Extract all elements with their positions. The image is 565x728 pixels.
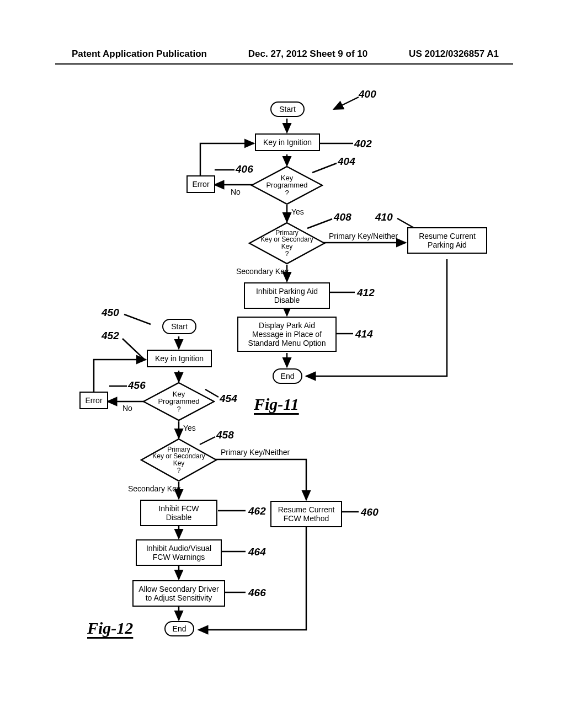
fig11-n406: Error	[186, 175, 215, 193]
ref-460: 460	[361, 506, 379, 518]
fig12-n460: Resume Current FCW Method	[270, 501, 342, 527]
ref-410: 410	[375, 211, 393, 223]
fig11-no: No	[231, 188, 241, 196]
fig11-end: End	[273, 368, 302, 384]
fig12-n456: Error	[79, 392, 108, 409]
fig12-caption: Fig-12	[87, 619, 133, 638]
fig12-pk: Primary Key/Neither	[221, 448, 290, 457]
fig12-n454: Key Programmed ?	[142, 382, 215, 421]
ref-462: 462	[248, 505, 266, 517]
fig12-n458: Primary Key or Secondary Key ?	[140, 438, 217, 482]
fig11-n402: Key in Ignition	[255, 133, 320, 151]
ref-408: 408	[334, 211, 351, 223]
ref-454: 454	[220, 393, 237, 405]
fig12-n454-label: Key Programmed ?	[142, 382, 215, 421]
fig12-end: End	[164, 621, 194, 636]
ref-414: 414	[355, 328, 373, 340]
page: Patent Application Publication Dec. 27, …	[0, 0, 565, 728]
ref-450: 450	[102, 307, 119, 319]
fig12-n464: Inhibit Audio/Visual FCW Warnings	[136, 539, 222, 566]
fig12-n466: Allow Secondary Driver to Adjust Sensiti…	[132, 580, 225, 607]
ref-452: 452	[102, 330, 119, 342]
svg-line-25	[122, 339, 145, 360]
fig12-n458-label: Primary Key or Secondary Key ?	[140, 438, 217, 482]
header-center: Dec. 27, 2012 Sheet 9 of 10	[248, 49, 367, 60]
ref-458: 458	[216, 429, 234, 441]
fig11-yes: Yes	[291, 207, 304, 216]
fig12-n462: Inhibit FCW Disable	[140, 500, 217, 526]
ref-404: 404	[338, 156, 355, 168]
fig11-n410: Resume Current Parking Aid	[407, 227, 487, 254]
ref-400: 400	[359, 88, 376, 100]
svg-line-24	[124, 314, 151, 324]
fig11-n414: Display Park Aid Message in Place of Sta…	[237, 317, 337, 352]
fig11-start: Start	[270, 101, 305, 117]
ref-406: 406	[236, 163, 253, 175]
header-left: Patent Application Publication	[72, 49, 207, 60]
header-right: US 2012/0326857 A1	[409, 49, 499, 60]
fig11-sk: Secondary Key	[236, 267, 289, 276]
fig11-n412: Inhibit Parking Aid Disable	[244, 282, 330, 309]
fig12-no: No	[122, 404, 132, 413]
fig11-n408-label: Primary Key or Secondary Key ?	[248, 222, 326, 265]
fig11-n408: Primary Key or Secondary Key ?	[248, 222, 326, 265]
fig11-n404-label: Key Programmed ?	[250, 165, 323, 205]
header-rule	[55, 63, 513, 65]
page-header: Patent Application Publication Dec. 27, …	[0, 49, 565, 60]
fig12-n452: Key in Ignition	[147, 350, 212, 367]
ref-456: 456	[128, 379, 146, 392]
fig11-pk: Primary Key/Neither	[329, 232, 398, 240]
ref-466: 466	[248, 587, 266, 599]
fig12-yes: Yes	[183, 424, 196, 432]
ref-402: 402	[354, 138, 372, 150]
svg-line-13	[397, 218, 414, 228]
fig11-n404: Key Programmed ?	[250, 165, 323, 205]
ref-412: 412	[357, 287, 375, 299]
fig12-sk: Secondary Key	[128, 484, 180, 493]
fig12-start: Start	[162, 319, 196, 334]
fig11-caption: Fig-11	[254, 395, 299, 414]
ref-464: 464	[248, 546, 266, 558]
